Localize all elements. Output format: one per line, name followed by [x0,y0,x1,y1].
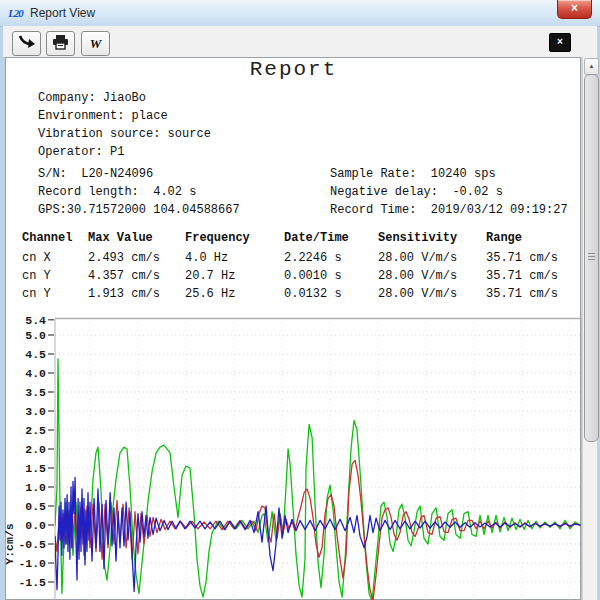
toolbar: W × [3,26,597,58]
vibration-source-line: Vibration source: source [38,127,211,141]
y-tick-label: -1.0 [18,557,46,570]
record-length-line: Record length: 4.02 s [38,185,196,199]
col-header-sensitivity: Sensitivity [378,231,457,245]
gps-line: GPS:30.71572000 104.04588667 [38,203,240,217]
company-line: Company: JiaoBo [38,91,146,105]
y-tick-label: 0.5 [25,500,46,513]
operator-line: Operator: P1 [38,145,124,159]
title-bar: L20 Report View × [0,0,600,27]
print-button[interactable] [46,31,75,56]
y-tick-label: 0.0 [25,519,46,532]
export-word-button[interactable]: W [81,31,110,56]
y-tick-label: 1.5 [25,462,46,475]
record-time-line: Record Time: 2019/03/12 09:19:27 [330,203,568,217]
export-button[interactable] [12,31,41,56]
close-button[interactable]: × [557,0,592,19]
y-tick-label: 5.4 [25,314,46,327]
y-tick-label: 3.0 [25,405,46,418]
waveform-chart: 5.45.04.54.03.53.02.52.01.51.00.50.0-0.5… [5,310,582,600]
y-tick-label: 5.0 [25,329,46,342]
serial-number-line: S/N: L20-N24096 [38,167,153,181]
col-header-frequency: Frequency [185,231,250,245]
environment-line: Environment: place [38,109,168,123]
table-row: cn Y [22,269,51,283]
y-tick-label: 4.5 [25,348,46,361]
y-tick-label: 4.0 [25,367,46,380]
y-axis-ticks: 5.45.04.54.03.53.02.52.01.51.00.50.0-0.5… [18,314,54,589]
chart-series [55,359,580,600]
y-tick-label: 2.5 [25,424,46,437]
printer-icon [52,34,69,54]
vertical-scrollbar[interactable]: ▲ [582,57,597,600]
y-tick-label: -0.5 [18,538,46,551]
y-tick-label: -1.5 [18,576,46,589]
col-header-max-value: Max Value [88,231,153,245]
report-view-window: L20 Report View × W [0,0,600,600]
app-icon: L20 [7,5,24,21]
col-header-channel: Channel [22,231,72,245]
word-icon: W [90,36,102,52]
table-row: cn X [22,251,51,265]
scrollbar-thumb[interactable] [584,74,599,442]
scrollbar-up-arrow-icon[interactable]: ▲ [584,58,599,75]
report-title: Report [5,58,582,81]
y-tick-label: 3.5 [25,386,46,399]
negative-delay-line: Negative delay: -0.02 s [330,185,503,199]
y-tick-label: 2.0 [25,443,46,456]
y-axis-label: Y:cm/s [5,523,16,565]
col-header-datetime: Date/Time [284,231,349,245]
table-row: cn Y [22,287,51,301]
series-cn-y [55,359,580,600]
export-arrow-icon [17,33,36,54]
y-tick-label: 1.0 [25,481,46,494]
sample-rate-line: Sample Rate: 10240 sps [330,167,496,181]
panel-close-button[interactable]: × [549,33,571,52]
col-header-range: Range [486,231,522,245]
window-title: Report View [30,6,95,20]
scrollbar-grip-icon [588,253,595,261]
